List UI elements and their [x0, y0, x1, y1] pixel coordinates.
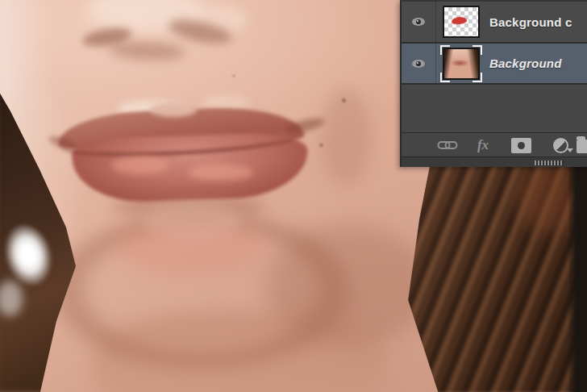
- layer-thumbnail-transparent[interactable]: [443, 6, 480, 38]
- freckle: [232, 74, 235, 77]
- layer-thumbnail-photo[interactable]: [443, 48, 480, 80]
- layer-row-background[interactable]: Background: [402, 44, 587, 83]
- chin-blush: [111, 218, 266, 276]
- new-group-button[interactable]: [573, 133, 587, 157]
- layer-name[interactable]: Background: [489, 44, 562, 83]
- add-layer-mask-button[interactable]: [507, 133, 535, 157]
- screenshot-stage: Background c Background: [0, 0, 587, 392]
- layers-panel-toolbar: fx: [402, 132, 587, 156]
- adjustment-layer-icon: [553, 138, 568, 153]
- link-icon: [437, 140, 458, 151]
- visibility-toggle[interactable]: [402, 2, 436, 42]
- layer-mask-icon: [511, 138, 531, 153]
- layer-row-background-copy[interactable]: Background c: [402, 2, 587, 42]
- eye-icon: [411, 59, 426, 69]
- mouth-corner-right: [284, 115, 326, 136]
- mole: [342, 98, 346, 102]
- new-adjustment-layer-button[interactable]: [547, 133, 574, 157]
- dropdown-caret-icon: [567, 148, 573, 152]
- neck-shading: [93, 313, 387, 392]
- panel-resize-grip[interactable]: [535, 161, 564, 165]
- fx-icon: fx: [477, 137, 489, 153]
- cupids-bow-notch: [150, 102, 197, 117]
- layers-empty-area: [402, 85, 587, 132]
- dark-right-edge: [568, 158, 587, 392]
- lip-shine-right: [188, 165, 254, 181]
- mole: [319, 144, 323, 147]
- red-lips-paint-blob: [452, 16, 468, 25]
- layers-panel: Background c Background: [400, 0, 587, 167]
- nose-base-shadow: [107, 40, 185, 62]
- eye-icon: [411, 17, 426, 27]
- smile-fold-shadow: [321, 87, 371, 186]
- layer-name[interactable]: Background c: [489, 2, 572, 42]
- link-layers-button[interactable]: [435, 133, 460, 157]
- folder-icon: [577, 140, 587, 153]
- layer-styles-button[interactable]: fx: [471, 133, 495, 157]
- visibility-toggle[interactable]: [402, 44, 436, 83]
- lip-shine-left: [111, 156, 169, 174]
- panel-bottom-strip: [402, 156, 587, 167]
